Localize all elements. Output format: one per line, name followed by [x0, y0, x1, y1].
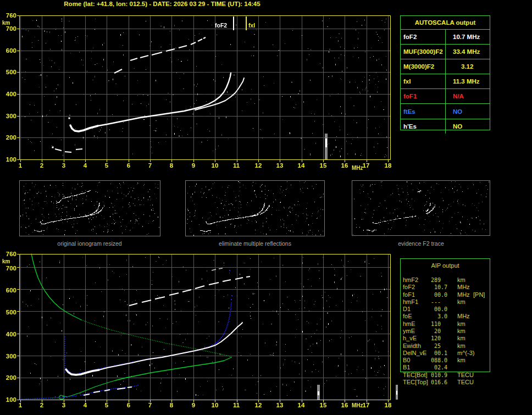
y-tick-label: 300: [1, 353, 16, 359]
autoscala-param-label: ftEs: [401, 104, 446, 118]
fof2-marker-label: foF2: [215, 22, 227, 29]
aip-row-b1: B1 02.4: [400, 364, 497, 371]
aip-param-unit: MHz: [457, 291, 470, 298]
autoscala-row-ftes: ftEsNO: [401, 103, 490, 118]
top-plot-km-unit: km: [2, 20, 10, 26]
y-tick-label: 300: [1, 113, 16, 119]
interference-streak-bright: [396, 391, 397, 395]
autoscala-param-value: NO: [446, 123, 462, 130]
x-tick-label: 18: [382, 402, 394, 408]
autoscala-param-label: h'Es: [401, 119, 446, 134]
x-tick-label: 3: [58, 162, 70, 169]
x-tick-label: 16: [339, 402, 351, 408]
aip-param-name: DelN_vE: [403, 350, 426, 357]
aip-row-fof1: foF1 00.0MHz[PN]: [400, 291, 497, 298]
y-tick-label: 400: [1, 91, 16, 97]
x-tick-label: 13: [274, 402, 286, 408]
autoscala-param-value: N/A: [446, 93, 464, 99]
autoscala-row-fof1: foF1N/A: [401, 88, 490, 103]
aip-param-name: hmE: [403, 320, 415, 328]
aip-param-name: foF1: [403, 291, 415, 298]
y-tick-label: 760: [1, 251, 16, 257]
y-tick-label: 200: [1, 374, 16, 381]
autoscala-table-header: AUTOSCALA output: [401, 16, 490, 30]
y-tick-label: 500: [1, 309, 16, 316]
aip-row-d1: D1 00.0: [400, 306, 497, 313]
aip-param-value: 289: [431, 276, 441, 284]
autoscala-row-h-es: h'EsNO: [401, 119, 490, 134]
x-tick-label: 7: [144, 162, 156, 169]
aip-param-value: 25: [431, 342, 441, 350]
aip-param-value: 00.1: [431, 350, 447, 357]
y-tick-label: 400: [1, 331, 16, 337]
ionogram-top-plot: [15, 13, 395, 165]
autoscala-param-label: M(3000)F2: [401, 59, 446, 74]
aip-param-unit: m^(-3): [457, 350, 474, 357]
thumbnail-original-ionogram: [19, 180, 160, 236]
x-tick-label: 13: [274, 162, 286, 169]
x-tick-label: 14: [295, 402, 307, 408]
aip-param-unit: km: [457, 298, 465, 306]
x-tick-label: 8: [165, 402, 178, 408]
x-tick-label: 11: [230, 402, 242, 408]
autoscala-param-value: 3.12: [446, 63, 473, 70]
aip-row-b0: B0088.0km: [400, 357, 497, 364]
aip-param-name: TEC[Top]: [403, 379, 428, 386]
aip-row-ewidth: Ewidth 25km: [400, 342, 497, 350]
aip-param-name: hmF1: [403, 298, 418, 306]
bottom-plot-mhz-unit: MHz: [352, 402, 363, 408]
aip-row-hmf2: hmF2289km: [400, 276, 497, 284]
aip-param-name: Ewidth: [403, 342, 421, 350]
fxi-marker-label: fxI: [248, 22, 255, 29]
y-tick-label: 700: [1, 25, 16, 32]
aip-row-h-ve: h_vE120km: [400, 335, 497, 342]
y-tick-label: 600: [1, 287, 16, 294]
aip-param-name: h_vE: [403, 335, 417, 342]
autoscala-param-value: 11.3 MHz: [446, 78, 480, 85]
aip-param-name: B1: [403, 364, 410, 371]
ionogram-bottom-plot: [15, 252, 395, 405]
x-tick-label: 5: [101, 402, 113, 408]
aip-param-name: foE: [403, 313, 412, 320]
autoscala-row-m-3000-f2: M(3000)F23.12: [401, 59, 490, 74]
aip-param-value: 00.0: [431, 306, 447, 313]
x-tick-label: 14: [295, 162, 307, 169]
aip-param-value: 10.7: [431, 284, 447, 291]
aip-param-value: 02.4: [431, 364, 447, 371]
x-tick-label: 2: [36, 162, 48, 169]
autoscala-param-value: NO: [446, 108, 462, 115]
autoscala-output-table: AUTOSCALA output foF210.7 MHzMUF(3000)F2…: [400, 15, 490, 130]
x-tick-label: 16: [339, 162, 351, 169]
x-tick-label: 4: [79, 402, 91, 408]
aip-param-value: ---: [431, 298, 441, 306]
thumbnail-caption-eliminate: eliminate multiple reflections: [195, 240, 315, 247]
autoscala-param-label: MUF(3000)F2: [401, 45, 446, 59]
y-tick-label: 700: [1, 265, 16, 272]
aip-param-unit: TECU: [457, 372, 474, 379]
autoscala-param-value: 33.4 MHz: [446, 48, 480, 55]
thumbnail-caption-evidence: evidence F2 trace: [361, 240, 481, 247]
x-tick-label: 18: [382, 162, 394, 169]
y-tick-label: 200: [1, 134, 16, 141]
aip-param-unit: MHz: [457, 313, 470, 320]
x-tick-label: 10: [209, 162, 221, 169]
x-tick-label: 9: [187, 162, 199, 169]
aip-row-fof2: foF2 10.7MHz: [400, 284, 497, 291]
aip-param-name: hmF2: [403, 276, 418, 284]
x-tick-label: 3: [58, 402, 70, 408]
station-title: Rome (lat: +41.8, lon: 012.5) - DATE: 20…: [19, 1, 305, 7]
y-tick-label: 500: [1, 69, 16, 75]
x-tick-label: 1: [14, 162, 26, 169]
aip-param-name: D1: [403, 306, 411, 313]
top-plot-mhz-unit: MHz: [352, 165, 363, 171]
aip-param-value: 110: [431, 320, 441, 328]
autoscala-param-value: 10.7 MHz: [446, 34, 480, 40]
aip-param-value: 010.9: [431, 372, 447, 379]
x-tick-label: 12: [252, 402, 264, 408]
aip-param-value: 120: [431, 335, 441, 342]
x-tick-label: 8: [165, 162, 178, 169]
aip-row-foe: foE 3.0MHz: [400, 313, 497, 320]
aip-row-tec-bot-: TEC[Bot]010.9TECU: [400, 372, 497, 379]
x-tick-label: 9: [187, 402, 199, 408]
y-tick-label: 600: [1, 47, 16, 54]
